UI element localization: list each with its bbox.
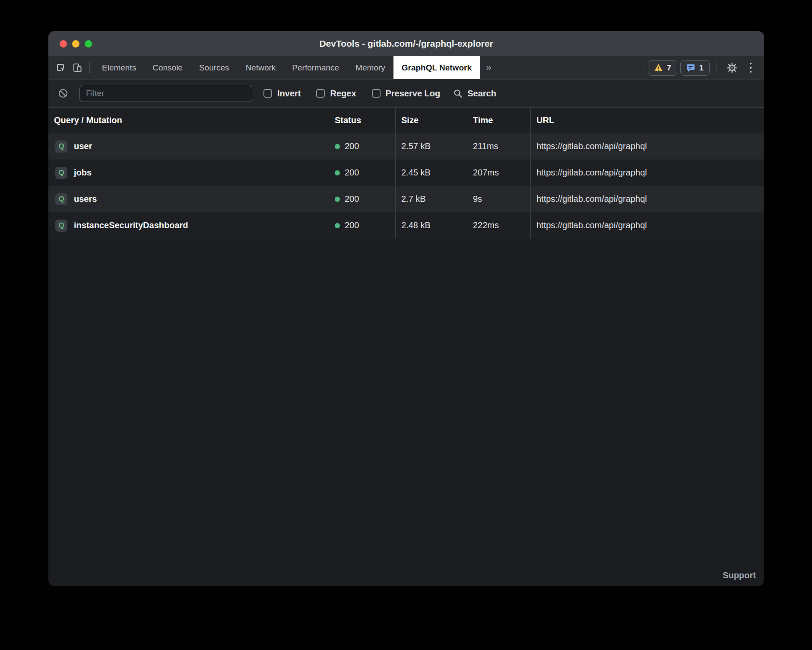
query-type-badge: Q <box>55 220 67 232</box>
column-header-size[interactable]: Size <box>396 108 467 133</box>
tab-performance[interactable]: Performance <box>284 56 347 79</box>
clear-log-icon[interactable] <box>58 88 68 99</box>
query-type-badge: Q <box>55 193 67 205</box>
checkbox-label: Invert <box>277 89 301 99</box>
more-tabs-button[interactable]: » <box>480 62 498 73</box>
status-value: 200 <box>345 220 359 230</box>
filter-toolbar: InvertRegexPreserve Log Search <box>48 80 764 108</box>
url-value: https://gitlab.com/api/graphql <box>531 212 764 239</box>
time-value: 222ms <box>467 212 531 239</box>
tab-memory[interactable]: Memory <box>347 56 393 79</box>
window-title: DevTools - gitlab.com/-/graphql-explorer <box>48 38 764 49</box>
checkbox-label: Preserve Log <box>386 89 441 99</box>
table-body: Quser2002.57 kB211mshttps://gitlab.com/a… <box>48 133 764 239</box>
preserve-log-checkbox[interactable] <box>372 89 381 98</box>
toolbar-divider <box>717 62 717 73</box>
tab-sources[interactable]: Sources <box>191 56 238 79</box>
tabbar-right-cluster: 7 1 <box>648 60 758 76</box>
status-value: 200 <box>345 168 359 178</box>
tab-strip: ElementsConsoleSourcesNetworkPerformance… <box>94 56 480 79</box>
url-value: https://gitlab.com/api/graphql <box>531 133 764 159</box>
column-header-query-mutation[interactable]: Query / Mutation <box>48 108 329 133</box>
invert-checkbox[interactable] <box>263 89 272 98</box>
status-cell: 200 <box>329 212 396 239</box>
zoom-window-button[interactable] <box>85 40 92 48</box>
warning-count: 7 <box>667 63 672 73</box>
checkbox-preserve-log[interactable]: Preserve Log <box>372 89 441 99</box>
status-value: 200 <box>345 194 359 204</box>
status-dot <box>335 223 340 228</box>
query-name: instanceSecurityDashboard <box>74 220 188 230</box>
query-name: jobs <box>74 168 92 178</box>
support-link[interactable]: Support <box>723 570 756 580</box>
query-type-badge: Q <box>55 140 67 153</box>
toolbar-divider <box>89 62 90 73</box>
settings-gear-icon[interactable] <box>724 60 740 76</box>
more-options-icon[interactable] <box>743 60 758 76</box>
column-header-time[interactable]: Time <box>467 108 531 133</box>
table-row[interactable]: Quser2002.57 kB211mshttps://gitlab.com/a… <box>48 133 764 159</box>
query-cell: Qjobs <box>48 159 329 186</box>
query-cell: Qusers <box>48 186 329 212</box>
checkbox-label: Regex <box>330 89 356 99</box>
query-name: user <box>74 141 92 151</box>
status-cell: 200 <box>329 133 396 159</box>
traffic-lights <box>48 40 92 48</box>
tab-console[interactable]: Console <box>144 56 191 79</box>
size-value: 2.57 kB <box>396 133 467 159</box>
status-dot <box>335 144 340 149</box>
regex-checkbox[interactable] <box>316 89 325 98</box>
status-cell: 200 <box>329 186 396 212</box>
query-name: users <box>74 194 97 204</box>
query-type-badge: Q <box>55 167 67 179</box>
minimize-window-button[interactable] <box>72 40 79 48</box>
table-row[interactable]: QinstanceSecurityDashboard2002.48 kB222m… <box>48 212 764 239</box>
size-value: 2.45 kB <box>396 159 467 186</box>
tab-network[interactable]: Network <box>238 56 284 79</box>
url-value: https://gitlab.com/api/graphql <box>531 159 764 186</box>
status-cell: 200 <box>329 159 396 186</box>
filter-options: InvertRegexPreserve Log <box>263 89 440 99</box>
message-icon <box>686 64 695 72</box>
table-row[interactable]: Qusers2002.7 kB9shttps://gitlab.com/api/… <box>48 186 764 212</box>
warnings-button[interactable]: 7 <box>648 60 678 76</box>
size-value: 2.48 kB <box>396 212 467 239</box>
warning-icon <box>654 64 663 72</box>
query-cell: QinstanceSecurityDashboard <box>48 212 329 239</box>
status-dot <box>335 197 340 202</box>
search-label: Search <box>467 89 496 99</box>
filter-input[interactable] <box>79 85 252 102</box>
close-window-button[interactable] <box>60 40 67 48</box>
size-value: 2.7 kB <box>396 186 467 212</box>
issues-count: 1 <box>699 63 704 73</box>
search-icon <box>453 89 463 98</box>
checkbox-invert[interactable]: Invert <box>263 89 301 99</box>
tab-graphql-network[interactable]: GraphQL Network <box>393 56 480 79</box>
table-row[interactable]: Qjobs2002.45 kB207mshttps://gitlab.com/a… <box>48 159 764 186</box>
titlebar: DevTools - gitlab.com/-/graphql-explorer <box>48 31 764 56</box>
devtools-tabbar: ElementsConsoleSourcesNetworkPerformance… <box>48 56 764 80</box>
time-value: 207ms <box>467 159 531 186</box>
url-value: https://gitlab.com/api/graphql <box>531 186 764 212</box>
status-value: 200 <box>345 141 359 151</box>
device-toolbar-icon[interactable] <box>69 60 86 76</box>
column-header-status[interactable]: Status <box>329 108 396 133</box>
issues-button[interactable]: 1 <box>680 60 710 76</box>
time-value: 9s <box>467 186 531 212</box>
query-cell: Quser <box>48 133 329 159</box>
search-control[interactable]: Search <box>453 89 496 99</box>
column-header-url[interactable]: URL <box>531 108 764 133</box>
time-value: 211ms <box>467 133 531 159</box>
table-header: Query / MutationStatusSizeTimeURL <box>48 108 764 133</box>
checkbox-regex[interactable]: Regex <box>316 89 356 99</box>
inspect-element-icon[interactable] <box>53 60 69 76</box>
devtools-window: DevTools - gitlab.com/-/graphql-explorer… <box>48 31 764 586</box>
tab-elements[interactable]: Elements <box>94 56 144 79</box>
status-dot <box>335 170 340 175</box>
